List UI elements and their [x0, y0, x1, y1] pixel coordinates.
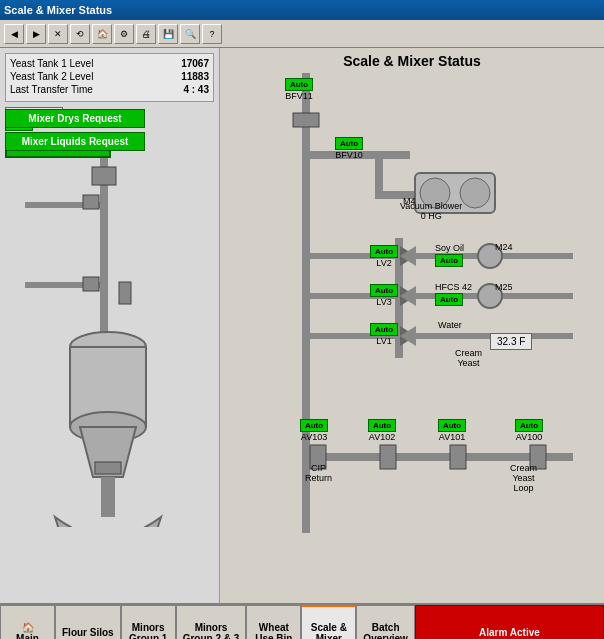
lv3-group: Auto LV3	[370, 283, 398, 307]
toolbar: ◀ ▶ ✕ ⟲ 🏠 ⚙ 🖨 💾 🔍 ?	[0, 20, 604, 48]
av101-label: AV101	[438, 432, 466, 442]
svg-rect-10	[95, 462, 121, 474]
m24-label: M24	[495, 242, 513, 252]
av100-label: AV100	[515, 432, 543, 442]
left-diagram-svg	[5, 107, 215, 527]
cream-yeast-temp-group: 32.3 F	[490, 333, 532, 350]
toolbar-btn-fwd[interactable]: ▶	[26, 24, 46, 44]
mixer-drys-button[interactable]: Mixer Drys Request	[5, 109, 145, 128]
cream-yeast-loop-label: CreamYeastLoop	[510, 463, 537, 493]
cream-yeast-loop-group: CreamYeastLoop	[510, 463, 537, 493]
toolbar-btn-refresh[interactable]: ⟲	[70, 24, 90, 44]
av101-group: Auto AV101	[438, 418, 466, 442]
hfcs42-label: HFCS 42	[435, 282, 472, 292]
yeast-tank2-label: Yeast Tank 2 Level	[10, 71, 93, 82]
cip-return-group: CIPReturn	[305, 463, 332, 483]
toolbar-btn-search[interactable]: 🔍	[180, 24, 200, 44]
lv2-badge[interactable]: Auto	[370, 245, 398, 258]
av103-group: Auto AV103	[300, 418, 328, 442]
soy-oil-badge[interactable]: Auto	[435, 254, 463, 267]
tab-minors-group2[interactable]: MinorsGroup 2 & 3	[176, 605, 247, 639]
svg-rect-16	[375, 151, 383, 191]
toolbar-btn-home[interactable]: 🏠	[92, 24, 112, 44]
tab-flour-label: Flour Silos	[62, 627, 114, 638]
right-diagram-svg	[220, 73, 604, 563]
av102-label: AV102	[368, 432, 396, 442]
svg-rect-11	[119, 282, 131, 304]
alarm-active-button[interactable]: Alarm Active	[415, 605, 604, 639]
bottom-nav: 🏠 Main Flour Silos MinorsGroup 1 MinorsG…	[0, 603, 604, 639]
yeast-tank1-label: Yeast Tank 1 Level	[10, 58, 93, 69]
tab-main-label: Main	[16, 633, 39, 640]
status-table: Yeast Tank 1 Level 17067 Yeast Tank 2 Le…	[5, 53, 214, 102]
lv1-badge[interactable]: Auto	[370, 323, 398, 336]
vacuum-blower-group: Vacuum Blower 0 HG	[400, 201, 462, 221]
transfer-time-value: 4 : 43	[183, 84, 209, 95]
water-group: Water	[438, 320, 462, 330]
m25-label: M25	[495, 282, 513, 292]
mixer-liquids-button[interactable]: Mixer Liquids Request	[5, 132, 145, 151]
hfcs42-group: HFCS 42 Auto	[435, 282, 472, 306]
lv3-label: LV3	[370, 297, 398, 307]
lv3-badge[interactable]: Auto	[370, 284, 398, 297]
svg-rect-28	[403, 333, 573, 339]
lv2-label: LV2	[370, 258, 398, 268]
av103-label: AV103	[300, 432, 328, 442]
tab-main[interactable]: 🏠 Main	[0, 605, 55, 639]
tab-flour-silos[interactable]: Flour Silos	[55, 605, 121, 639]
tab-batch-overview[interactable]: BatchOverview	[356, 605, 414, 639]
m24-group: M24	[495, 242, 513, 252]
bfv10-badge[interactable]: Auto	[335, 137, 363, 150]
svg-rect-39	[450, 445, 466, 469]
yeast-tank2-value: 11883	[181, 71, 209, 82]
toolbar-btn-print[interactable]: 🖨	[136, 24, 156, 44]
toolbar-btn-close[interactable]: ✕	[48, 24, 68, 44]
av103-badge[interactable]: Auto	[300, 419, 328, 432]
hfcs42-badge[interactable]: Auto	[435, 293, 463, 306]
av102-badge[interactable]: Auto	[368, 419, 396, 432]
toolbar-btn-help[interactable]: ?	[202, 24, 222, 44]
transfer-time-label: Last Transfer Time	[10, 84, 93, 95]
left-diagram: Flour Silos Auto SGV1 Minors Auto SGV2 F…	[5, 107, 215, 527]
status-row-1: Yeast Tank 1 Level 17067	[10, 58, 209, 69]
lv2-group: Auto LV2	[370, 244, 398, 268]
svg-rect-7	[101, 477, 115, 517]
toolbar-btn-save[interactable]: 💾	[158, 24, 178, 44]
svg-rect-12	[92, 167, 116, 185]
display-area: Scale & Mixer Status	[220, 48, 604, 603]
tab-wheat-label: WheatUse Bin	[255, 622, 292, 640]
tab-minors-group1[interactable]: MinorsGroup 1	[121, 605, 176, 639]
toolbar-btn-settings[interactable]: ⚙	[114, 24, 134, 44]
svg-rect-38	[380, 445, 396, 469]
cream-yeast-temp-display: 32.3 F	[490, 333, 532, 350]
yeast-tank1-value: 17067	[181, 58, 209, 69]
water-label: Water	[438, 320, 462, 330]
svg-rect-9	[83, 277, 99, 291]
cream-yeast-label-group: CreamYeast	[455, 348, 482, 368]
cream-yeast-label: CreamYeast	[455, 348, 482, 368]
bfv11-badge[interactable]: Auto	[285, 78, 313, 91]
tab-wheat-use-bin[interactable]: WheatUse Bin	[246, 605, 301, 639]
tab-scale-label: Scale &Mixer	[311, 622, 347, 639]
tab-batch-label: BatchOverview	[363, 622, 407, 640]
av101-badge[interactable]: Auto	[438, 419, 466, 432]
bfv10-label: BFV10	[335, 150, 363, 160]
av102-group: Auto AV102	[368, 418, 396, 442]
m25-group: M25	[495, 282, 513, 292]
tab-minors2-label: MinorsGroup 2 & 3	[183, 622, 240, 640]
lv1-group: Auto LV1	[370, 322, 398, 346]
mixer-buttons: Mixer Drys Request Mixer Liquids Request	[5, 107, 215, 153]
status-row-3: Last Transfer Time 4 : 43	[10, 84, 209, 95]
svg-point-20	[460, 178, 490, 208]
page-title: Scale & Mixer Status	[220, 48, 604, 74]
tab-scale-mixer[interactable]: Scale &Mixer	[301, 605, 356, 639]
av100-group: Auto AV100	[515, 418, 543, 442]
cip-return-label: CIPReturn	[305, 463, 332, 483]
title-bar: Scale & Mixer Status	[0, 0, 604, 20]
bfv10-group: Auto BFV10	[335, 136, 363, 160]
av100-badge[interactable]: Auto	[515, 419, 543, 432]
main-area: Yeast Tank 1 Level 17067 Yeast Tank 2 Le…	[0, 48, 604, 603]
toolbar-btn-back[interactable]: ◀	[4, 24, 24, 44]
status-row-2: Yeast Tank 2 Level 11883	[10, 71, 209, 82]
tab-minors1-label: MinorsGroup 1	[129, 622, 167, 640]
